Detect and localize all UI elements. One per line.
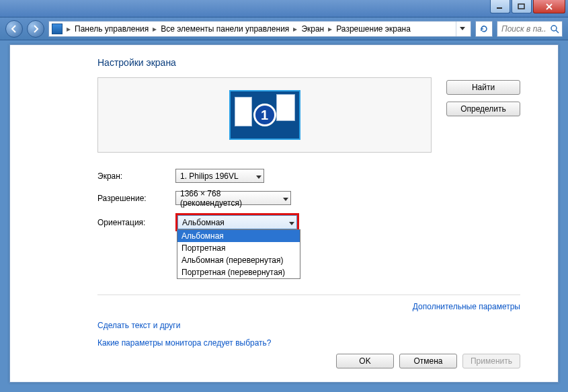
breadcrumb-all[interactable]: Все элементы панели управления [159,24,290,34]
chevron-down-icon [460,27,465,30]
text-size-link[interactable]: Сделать текст и други [97,321,180,330]
display-preview[interactable]: 1 [97,77,432,153]
orientation-option[interactable]: Портретная [177,242,300,254]
page-title: Настройки экрана [97,57,520,68]
ok-button[interactable]: OK [336,354,394,368]
orientation-label: Ориентация: [97,218,175,227]
advanced-settings-link[interactable]: Дополнительные параметры [413,302,520,311]
nav-bar: ▸ Панель управления ▸ Все элементы панел… [0,17,568,40]
orientation-option[interactable]: Альбомная [177,230,300,242]
preview-window-icon [276,94,295,121]
monitor-number: 1 [253,104,276,126]
chevron-down-icon [256,171,261,181]
svg-rect-1 [518,4,524,9]
control-panel-icon [52,24,63,34]
orientation-select[interactable]: Альбомная [177,215,297,229]
highlight-frame: Альбомная Альбомная Портретная Альбомная… [175,213,299,231]
search-icon [550,24,559,34]
breadcrumb-screen[interactable]: Экран [300,24,325,34]
orientation-dropdown: Альбомная Портретная Альбомная (переверн… [177,229,300,279]
apply-button: Применить [462,354,520,368]
orientation-select-value: Альбомная [182,218,225,227]
identify-button[interactable]: Определить [446,102,520,116]
title-bar [0,0,568,17]
resolution-select-value: 1366 × 768 (рекомендуется) [180,189,278,208]
help-link[interactable]: Какие параметры монитора следует выбрать… [97,338,272,348]
display-label: Экран: [97,171,175,181]
chevron-right-icon: ▸ [292,24,298,34]
find-button[interactable]: Найти [446,80,520,95]
display-select[interactable]: 1. Philips 196VL [175,169,264,183]
refresh-button[interactable] [475,21,493,37]
svg-point-2 [551,26,557,31]
preview-window-icon [235,97,252,126]
svg-rect-0 [497,7,502,9]
address-bar[interactable]: ▸ Панель управления ▸ Все элементы панел… [48,21,471,37]
close-button[interactable] [533,0,565,13]
back-button[interactable] [5,20,23,38]
maximize-button[interactable] [512,0,532,13]
search-box[interactable] [497,21,563,37]
monitor-graphic[interactable]: 1 [229,90,300,140]
display-select-value: 1. Philips 196VL [180,171,239,181]
svg-line-3 [556,30,559,33]
resolution-label: Разрешение: [97,194,175,203]
chevron-right-icon: ▸ [327,24,333,34]
content-pane: Настройки экрана 1 Найти Определить Экра… [9,44,559,383]
breadcrumb-resolution[interactable]: Разрешение экрана [335,24,412,34]
orientation-option[interactable]: Альбомная (перевернутая) [177,254,300,266]
forward-button[interactable] [27,20,44,38]
minimize-button[interactable] [490,0,510,13]
chevron-down-icon [289,218,294,227]
breadcrumb-root[interactable]: Панель управления [73,24,150,34]
resolution-select[interactable]: 1366 × 768 (рекомендуется) [175,191,291,205]
search-input[interactable] [500,24,547,34]
chevron-down-icon [283,194,288,203]
address-dropdown-button[interactable] [456,22,468,36]
orientation-option[interactable]: Портретная (перевернутая) [177,266,300,278]
chevron-right-icon: ▸ [151,24,158,34]
chevron-right-icon: ▸ [65,24,72,34]
cancel-button[interactable]: Отмена [399,354,457,368]
